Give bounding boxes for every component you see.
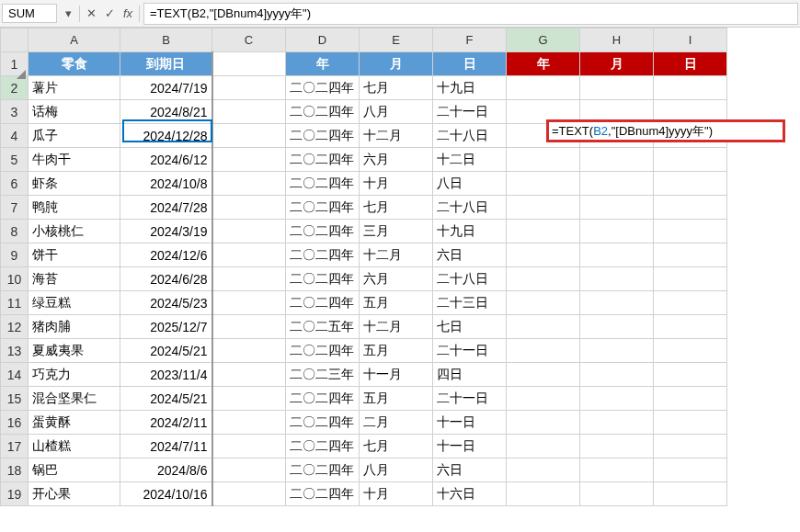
cell[interactable]: 五月 <box>360 387 433 411</box>
row-header[interactable]: 5 <box>1 148 29 172</box>
row-header[interactable]: 13 <box>1 339 29 363</box>
cell[interactable]: 日 <box>433 52 507 76</box>
cell[interactable]: 七月 <box>360 435 433 458</box>
row-header[interactable]: 18 <box>1 458 29 482</box>
cell[interactable] <box>212 76 286 100</box>
cell[interactable]: 虾条 <box>29 172 120 196</box>
cell[interactable] <box>212 411 286 435</box>
cancel-icon[interactable]: ✕ <box>82 4 100 24</box>
cell[interactable]: 月 <box>580 52 654 76</box>
cell[interactable] <box>580 482 654 506</box>
cell[interactable]: 到期日 <box>120 52 212 76</box>
cell[interactable] <box>654 76 727 100</box>
row-header[interactable]: 10 <box>1 267 29 291</box>
cell[interactable]: 2023/11/4 <box>120 363 212 387</box>
cell[interactable] <box>654 291 727 315</box>
cell[interactable]: 十月 <box>360 172 433 196</box>
cell[interactable]: 五月 <box>360 339 433 363</box>
cell[interactable] <box>654 267 727 291</box>
cell[interactable]: 2024/7/11 <box>120 435 212 458</box>
cell[interactable]: 十二月 <box>360 315 433 339</box>
cell[interactable]: 2024/8/21 <box>120 100 212 124</box>
col-header-I[interactable]: I <box>654 28 727 52</box>
cell[interactable] <box>212 363 286 387</box>
cell[interactable] <box>580 387 654 411</box>
cell[interactable] <box>654 243 727 267</box>
cell[interactable] <box>654 482 727 506</box>
cell[interactable]: 十月 <box>360 482 433 506</box>
cell[interactable]: 2024/8/6 <box>120 458 212 482</box>
cell[interactable]: 零食 <box>29 52 120 76</box>
cell[interactable] <box>580 458 654 482</box>
cell[interactable] <box>580 76 654 100</box>
cell[interactable] <box>212 243 286 267</box>
cell[interactable]: 话梅 <box>29 100 120 124</box>
cell[interactable]: 巧克力 <box>29 363 120 387</box>
cell[interactable] <box>580 267 654 291</box>
cell[interactable]: 绿豆糕 <box>29 291 120 315</box>
cell[interactable]: 2024/7/28 <box>120 196 212 220</box>
row-header[interactable]: 15 <box>1 387 29 411</box>
row-header[interactable]: 9 <box>1 243 29 267</box>
cell[interactable]: 七日 <box>433 315 507 339</box>
cell[interactable]: 六月 <box>360 148 433 172</box>
cell[interactable]: 小核桃仁 <box>29 220 120 243</box>
cell[interactable]: 二〇二四年 <box>286 411 360 435</box>
cell[interactable] <box>507 339 580 363</box>
cell[interactable]: 鸭肫 <box>29 196 120 220</box>
cell[interactable] <box>654 148 727 172</box>
col-header-A[interactable]: A <box>29 28 120 52</box>
cell[interactable] <box>212 148 286 172</box>
cell[interactable]: 2025/12/7 <box>120 315 212 339</box>
cell[interactable]: 六日 <box>433 243 507 267</box>
cell[interactable]: 二十八日 <box>433 267 507 291</box>
cell[interactable] <box>654 387 727 411</box>
cell[interactable]: 2024/10/8 <box>120 172 212 196</box>
cell[interactable]: 二〇二四年 <box>286 267 360 291</box>
cell[interactable] <box>212 52 286 76</box>
cell[interactable]: 十一日 <box>433 435 507 458</box>
cell[interactable] <box>507 148 580 172</box>
cell[interactable]: 2024/6/12 <box>120 148 212 172</box>
row-header[interactable]: 12 <box>1 315 29 339</box>
cell[interactable]: 二〇二四年 <box>286 148 360 172</box>
cell[interactable]: 2024/2/11 <box>120 411 212 435</box>
cell[interactable]: 二〇二四年 <box>286 124 360 148</box>
col-header-E[interactable]: E <box>360 28 433 52</box>
cell[interactable]: 混合坚果仁 <box>29 387 120 411</box>
cell[interactable]: 2024/5/21 <box>120 339 212 363</box>
cell[interactable]: 二〇二四年 <box>286 339 360 363</box>
cell[interactable] <box>580 243 654 267</box>
cell[interactable]: 牛肉干 <box>29 148 120 172</box>
cell[interactable]: 2024/12/28 <box>120 124 212 148</box>
cell[interactable] <box>507 458 580 482</box>
cell[interactable]: 六日 <box>433 458 507 482</box>
cell[interactable] <box>212 387 286 411</box>
cell[interactable]: 四日 <box>433 363 507 387</box>
cell[interactable]: 二〇二四年 <box>286 100 360 124</box>
cell[interactable] <box>580 148 654 172</box>
cell[interactable] <box>507 315 580 339</box>
cell[interactable]: 2024/5/21 <box>120 387 212 411</box>
cell[interactable] <box>654 363 727 387</box>
row-header[interactable]: 2 <box>1 76 29 100</box>
cell[interactable] <box>507 172 580 196</box>
cell[interactable]: 十一月 <box>360 363 433 387</box>
cell[interactable] <box>580 291 654 315</box>
cell[interactable]: 2024/7/19 <box>120 76 212 100</box>
cell[interactable] <box>212 196 286 220</box>
cell[interactable]: 二〇二四年 <box>286 458 360 482</box>
cell[interactable] <box>654 196 727 220</box>
cell[interactable]: 二月 <box>360 411 433 435</box>
row-header[interactable]: 4 <box>1 124 29 148</box>
cell[interactable]: 二〇二四年 <box>286 243 360 267</box>
cell[interactable]: 十二日 <box>433 148 507 172</box>
cell[interactable] <box>507 220 580 243</box>
cell[interactable] <box>507 363 580 387</box>
col-header-D[interactable]: D <box>286 28 360 52</box>
cell[interactable]: 十九日 <box>433 76 507 100</box>
cell[interactable]: 二〇二四年 <box>286 291 360 315</box>
cell[interactable]: 二十八日 <box>433 196 507 220</box>
cell[interactable]: 二十一日 <box>433 339 507 363</box>
cell[interactable]: 二〇二四年 <box>286 196 360 220</box>
